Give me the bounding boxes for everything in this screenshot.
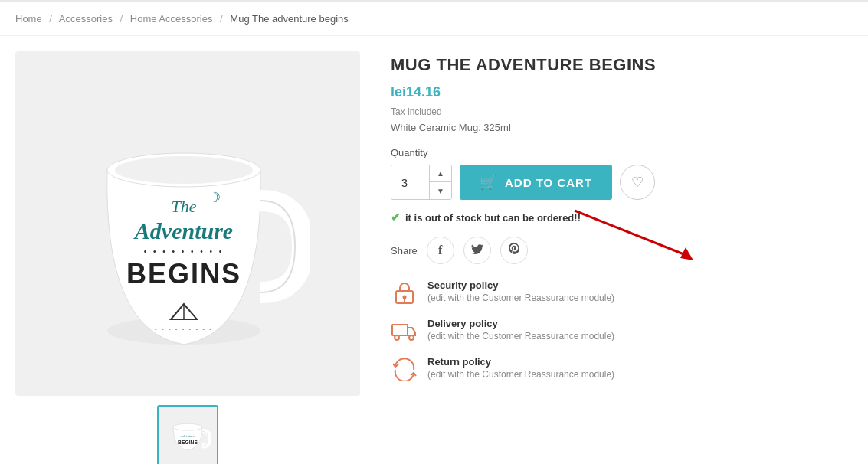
- breadcrumb-sep-3: /: [220, 13, 223, 25]
- share-twitter-button[interactable]: [463, 237, 491, 264]
- wishlist-button[interactable]: ♡: [620, 165, 655, 200]
- share-row: Share f: [391, 237, 853, 264]
- delivery-policy-icon: [391, 318, 418, 345]
- product-images: The ☽ Adventure • • • • • • • • • BEGINS…: [15, 51, 360, 464]
- policies-container: Security policy (edit with the Customer …: [391, 279, 853, 384]
- check-icon: ✔: [391, 211, 401, 224]
- breadcrumb-sep-1: /: [49, 13, 52, 25]
- breadcrumb-home-accessories[interactable]: Home Accessories: [130, 13, 213, 25]
- svg-point-21: [395, 335, 399, 340]
- product-info: MUG THE ADVENTURE BEGINS lei14.16 Tax in…: [391, 51, 853, 464]
- add-to-cart-label: ADD TO CART: [505, 176, 592, 189]
- delivery-policy-text: Delivery policy (edit with the Customer …: [427, 318, 614, 341]
- quantity-input[interactable]: 3: [391, 165, 430, 200]
- return-policy-item: Return policy (edit with the Customer Re…: [391, 356, 853, 384]
- svg-text:- - - - - - - - -: - - - - - - - - -: [155, 325, 213, 332]
- return-policy-title: Return policy: [427, 356, 614, 368]
- product-price: lei14.16: [391, 84, 853, 100]
- quantity-arrows: ▲ ▼: [430, 165, 451, 200]
- svg-text:Adventure: Adventure: [180, 434, 195, 438]
- add-to-cart-button[interactable]: 🛒 ADD TO CART: [460, 165, 612, 200]
- breadcrumb-current: Mug The adventure begins: [230, 13, 348, 25]
- product-page: The ☽ Adventure • • • • • • • • • BEGINS…: [0, 36, 868, 464]
- pinterest-icon: [509, 243, 519, 259]
- cart-icon: 🛒: [480, 174, 497, 191]
- quantity-increase-button[interactable]: ▲: [430, 165, 451, 182]
- svg-point-18: [403, 296, 407, 299]
- breadcrumb: Home / Accessories / Home Accessories / …: [0, 2, 868, 36]
- return-policy-subtitle: (edit with the Customer Reassurance modu…: [427, 369, 614, 380]
- svg-text:BEGINS: BEGINS: [126, 258, 241, 289]
- svg-text:The: The: [172, 197, 197, 216]
- svg-text:BEGINS: BEGINS: [178, 439, 198, 445]
- security-policy-text: Security policy (edit with the Customer …: [427, 279, 614, 303]
- mug-illustration: The ☽ Adventure • • • • • • • • • BEGINS…: [65, 78, 310, 369]
- main-product-image: The ☽ Adventure • • • • • • • • • BEGINS…: [15, 51, 360, 396]
- share-facebook-button[interactable]: f: [427, 237, 454, 264]
- quantity-control: 3 ▲ ▼: [391, 165, 452, 200]
- security-policy-item: Security policy (edit with the Customer …: [391, 279, 853, 307]
- security-policy-title: Security policy: [427, 279, 614, 291]
- tax-info: Tax included: [391, 106, 853, 117]
- heart-icon: ♡: [631, 174, 644, 191]
- svg-point-12: [173, 423, 202, 430]
- delivery-policy-item: Delivery policy (edit with the Customer …: [391, 318, 853, 345]
- breadcrumb-home[interactable]: Home: [15, 13, 42, 25]
- share-pinterest-button[interactable]: [500, 237, 528, 264]
- quantity-decrease-button[interactable]: ▼: [430, 182, 451, 200]
- svg-point-2: [115, 156, 253, 184]
- product-title: MUG THE ADVENTURE BEGINS: [391, 55, 853, 75]
- share-label: Share: [391, 245, 418, 257]
- security-policy-subtitle: (edit with the Customer Reassurance modu…: [427, 292, 614, 303]
- thumbnail-row: Adventure BEGINS: [157, 405, 218, 464]
- svg-point-22: [409, 335, 414, 340]
- svg-text:• • • • • • • • •: • • • • • • • • •: [144, 247, 224, 256]
- breadcrumb-sep-2: /: [120, 13, 123, 25]
- svg-text:Adventure: Adventure: [133, 218, 233, 243]
- stock-message: it is out of stock but can be ordered!!: [405, 212, 581, 224]
- delivery-policy-title: Delivery policy: [427, 318, 614, 329]
- twitter-icon: [471, 244, 483, 257]
- delivery-policy-subtitle: (edit with the Customer Reassurance modu…: [427, 331, 614, 341]
- security-policy-icon: [391, 279, 418, 307]
- stock-status: ✔ it is out of stock but can be ordered!…: [391, 211, 853, 224]
- breadcrumb-accessories[interactable]: Accessories: [59, 13, 113, 25]
- svg-text:☽: ☽: [208, 190, 221, 205]
- svg-rect-20: [392, 325, 408, 335]
- product-thumbnail-1[interactable]: Adventure BEGINS: [157, 405, 218, 464]
- add-to-cart-row: 3 ▲ ▼ 🛒 ADD TO CART ♡: [391, 165, 853, 200]
- product-description: White Ceramic Mug. 325ml: [391, 122, 853, 133]
- quantity-label: Quantity: [391, 147, 853, 158]
- return-policy-icon: [391, 356, 418, 384]
- facebook-icon: f: [438, 243, 442, 257]
- return-policy-text: Return policy (edit with the Customer Re…: [427, 356, 614, 380]
